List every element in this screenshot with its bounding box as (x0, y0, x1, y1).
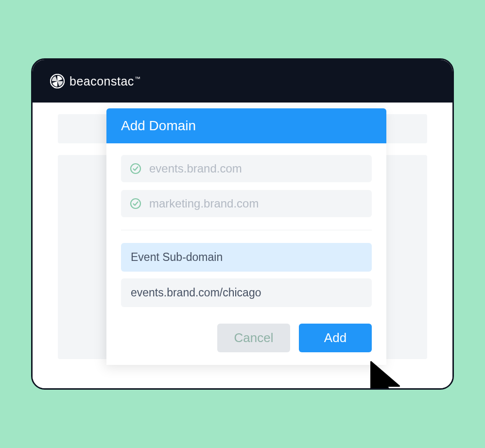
modal-title: Add Domain (106, 108, 386, 143)
domain-text: marketing.brand.com (149, 197, 259, 210)
add-domain-modal: Add Domain events.brand.com (106, 108, 386, 365)
svg-point-1 (131, 164, 140, 173)
domain-text: events.brand.com (149, 162, 242, 175)
beaconstac-logo-icon (50, 74, 65, 88)
domain-name-input[interactable] (121, 243, 372, 272)
content-area: Add Domain events.brand.com (33, 103, 452, 388)
domain-row: events.brand.com (121, 155, 372, 182)
add-button[interactable]: Add (299, 324, 372, 352)
app-window: beaconstac™ Add Domain events.brand.com (31, 58, 454, 390)
titlebar: beaconstac™ (33, 60, 452, 103)
domain-url-input[interactable] (121, 278, 372, 307)
svg-point-2 (131, 199, 140, 208)
modal-actions: Cancel Add (121, 324, 372, 352)
check-circle-icon (130, 198, 141, 209)
check-circle-icon (130, 163, 141, 174)
cancel-button[interactable]: Cancel (217, 324, 290, 352)
modal-body: events.brand.com marketing.brand.com (106, 143, 386, 365)
domain-row: marketing.brand.com (121, 190, 372, 217)
brand-logo: beaconstac™ (50, 74, 140, 88)
existing-domains-list: events.brand.com marketing.brand.com (121, 155, 372, 230)
new-domain-form (121, 243, 372, 307)
brand-name: beaconstac™ (69, 74, 140, 88)
